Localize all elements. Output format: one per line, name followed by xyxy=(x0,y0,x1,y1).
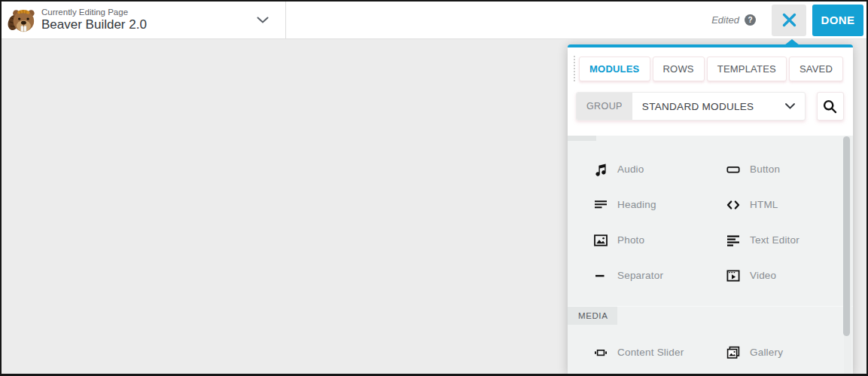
media-modules-grid: Content Slider Gallery xyxy=(568,335,853,370)
tab-saved[interactable]: SAVED xyxy=(789,57,843,81)
panel-header: MODULES ROWS TEMPLATES SAVED GROUP STAND… xyxy=(568,47,853,133)
module-item-html[interactable]: HTML xyxy=(700,187,853,222)
chevron-down-icon xyxy=(785,103,795,109)
panel-scrollbar-track[interactable] xyxy=(844,136,851,374)
close-panel-button[interactable] xyxy=(772,5,806,36)
panel-pointer-arrow xyxy=(784,39,799,45)
panel-scrollbar-thumb[interactable] xyxy=(843,136,850,336)
separator-icon xyxy=(594,269,608,283)
module-item-heading[interactable]: Heading xyxy=(568,187,700,222)
content-slider-icon xyxy=(594,346,608,359)
group-select-value: STANDARD MODULES xyxy=(632,93,805,120)
done-button[interactable]: DONE xyxy=(812,5,863,36)
beaver-logo-icon xyxy=(8,5,36,35)
module-item-audio[interactable]: Audio xyxy=(568,151,700,187)
group-selected-option: STANDARD MODULES xyxy=(642,101,754,112)
search-icon xyxy=(822,99,838,115)
module-item-text-editor[interactable]: Text Editor xyxy=(700,222,853,258)
module-list: Audio Button Heading xyxy=(568,136,853,374)
code-icon xyxy=(726,198,740,212)
content-panel: MODULES ROWS TEMPLATES SAVED GROUP STAND… xyxy=(568,44,853,374)
tab-templates[interactable]: TEMPLATES xyxy=(707,57,787,81)
gallery-icon xyxy=(726,346,740,359)
beaver-builder-window: Currently Editing Page Beaver Builder 2.… xyxy=(0,0,868,376)
media-section-title: MEDIA xyxy=(568,307,617,325)
search-button[interactable] xyxy=(817,92,844,121)
group-select-label: GROUP xyxy=(577,93,632,120)
panel-tabs: MODULES ROWS TEMPLATES SAVED xyxy=(574,56,845,81)
standard-modules-grid: Audio Button Heading xyxy=(568,151,853,293)
toolbar-actions: Edited ? DONE xyxy=(286,2,866,38)
tab-rows[interactable]: ROWS xyxy=(653,57,705,81)
module-item-button[interactable]: Button xyxy=(700,151,853,187)
music-note-icon xyxy=(594,163,608,176)
module-item-photo[interactable]: Photo xyxy=(568,222,700,258)
group-select[interactable]: GROUP STANDARD MODULES xyxy=(576,92,806,121)
module-item-content-slider[interactable]: Content Slider xyxy=(568,335,700,370)
chevron-down-icon[interactable] xyxy=(257,17,269,23)
close-icon xyxy=(782,13,796,27)
module-item-gallery[interactable]: Gallery xyxy=(700,335,853,370)
text-editor-icon xyxy=(726,234,740,247)
media-section-header: MEDIA xyxy=(568,306,853,325)
group-filter-row: GROUP STANDARD MODULES xyxy=(576,92,844,133)
module-item-video[interactable]: Video xyxy=(700,258,853,293)
page-title-stack: Currently Editing Page Beaver Builder 2.… xyxy=(41,8,249,32)
editing-context-label: Currently Editing Page xyxy=(41,8,249,17)
title-menu[interactable]: Currently Editing Page Beaver Builder 2.… xyxy=(2,2,286,38)
edited-status: Edited xyxy=(711,14,739,26)
section-chip-fragment xyxy=(568,136,596,141)
top-toolbar: Currently Editing Page Beaver Builder 2.… xyxy=(2,2,866,39)
help-icon[interactable]: ? xyxy=(745,14,756,26)
heading-icon xyxy=(594,198,608,212)
video-icon xyxy=(726,269,740,283)
tab-modules[interactable]: MODULES xyxy=(579,57,650,81)
module-item-separator[interactable]: Separator xyxy=(568,258,700,293)
page-title: Beaver Builder 2.0 xyxy=(41,17,249,32)
photo-icon xyxy=(594,234,608,247)
button-icon xyxy=(726,163,740,176)
drag-handle-icon[interactable] xyxy=(574,56,575,81)
